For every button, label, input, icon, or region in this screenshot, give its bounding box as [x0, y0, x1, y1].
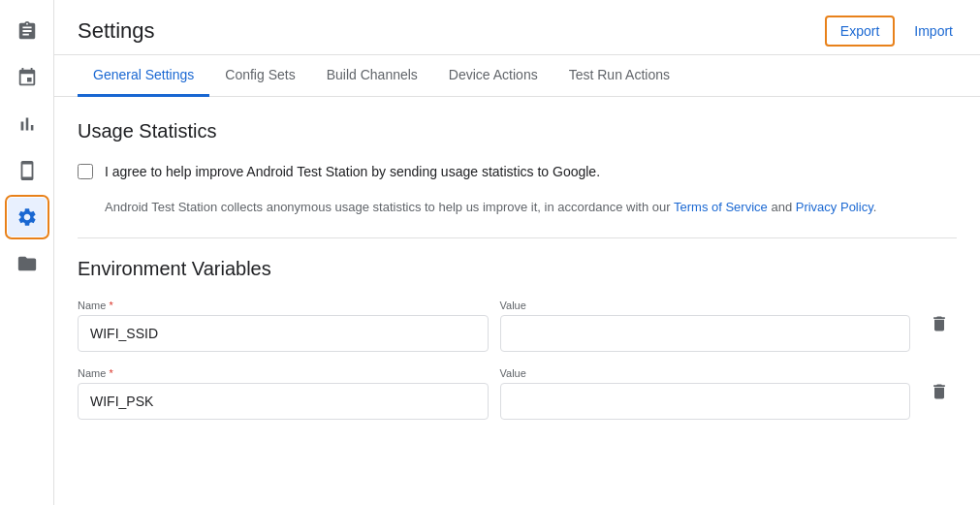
trash-icon-2 [930, 382, 949, 404]
sidebar-item-settings[interactable] [8, 198, 47, 237]
env-name-input-2[interactable] [78, 383, 489, 420]
sidebar-item-folder[interactable] [8, 244, 47, 283]
env-value-field-2: Value [500, 367, 911, 420]
clipboard-icon [16, 20, 38, 42]
sidebar-item-device[interactable] [8, 151, 47, 190]
section-divider [78, 237, 957, 238]
environment-variables-title: Environment Variables [78, 258, 957, 280]
tab-general-settings[interactable]: General Settings [78, 55, 209, 97]
phone-icon [16, 160, 38, 181]
env-name-label-2: Name [78, 367, 106, 379]
tab-test-run-actions[interactable]: Test Run Actions [553, 55, 685, 97]
page-title: Settings [78, 18, 155, 44]
usage-checkbox-label[interactable]: I agree to help improve Android Test Sta… [105, 162, 600, 182]
privacy-policy-link[interactable]: Privacy Policy [796, 200, 873, 214]
env-name-label-1: Name [78, 300, 106, 311]
gear-icon [16, 206, 38, 228]
main-content: Settings Export Import General Settings … [54, 0, 980, 505]
env-row-2: Name * Value [78, 367, 957, 420]
env-value-label-2: Value [500, 367, 911, 379]
env-row-1: Name * Value [78, 300, 957, 352]
usage-checkbox-row: I agree to help improve Android Test Sta… [78, 162, 957, 182]
env-value-field-1: Value [500, 300, 911, 352]
tab-device-actions[interactable]: Device Actions [433, 55, 553, 97]
tab-build-channels[interactable]: Build Channels [311, 55, 433, 97]
import-button[interactable]: Import [910, 17, 957, 45]
header-actions: Export Import [825, 16, 957, 47]
sidebar [0, 0, 54, 505]
env-name-input-1[interactable] [78, 315, 489, 352]
env-delete-button-2[interactable] [922, 374, 957, 412]
env-name-required-1: * [106, 300, 112, 311]
usage-checkbox[interactable] [78, 164, 93, 179]
tabs-bar: General Settings Config Sets Build Chann… [54, 55, 980, 97]
content-area: Usage Statistics I agree to help improve… [54, 97, 980, 505]
page-header: Settings Export Import [54, 0, 980, 55]
export-button[interactable]: Export [825, 16, 895, 47]
env-value-label-1: Value [500, 300, 911, 311]
environment-variables-section: Environment Variables Name * Value [78, 258, 957, 420]
usage-statistics-section: Usage Statistics I agree to help improve… [78, 120, 957, 218]
trash-icon-1 [930, 314, 949, 336]
usage-description: Android Test Station collects anonymous … [105, 198, 957, 218]
env-name-required-2: * [106, 367, 112, 379]
usage-desc-text1: Android Test Station collects anonymous … [105, 200, 674, 214]
env-name-field-2: Name * [78, 367, 489, 420]
sidebar-item-schedule[interactable] [8, 58, 47, 97]
calendar-icon [16, 67, 38, 88]
env-value-input-1[interactable] [500, 315, 911, 352]
bar-chart-icon [16, 113, 38, 135]
usage-and-text: and [768, 200, 796, 214]
terms-of-service-link[interactable]: Terms of Service [674, 200, 768, 214]
sidebar-item-tests[interactable] [8, 12, 47, 50]
usage-period: . [873, 200, 877, 214]
env-name-field-1: Name * [78, 300, 489, 352]
env-value-input-2[interactable] [500, 383, 911, 420]
folder-icon [16, 253, 38, 274]
env-delete-button-1[interactable] [922, 306, 957, 344]
tab-config-sets[interactable]: Config Sets [209, 55, 310, 97]
sidebar-item-analytics[interactable] [8, 105, 47, 143]
usage-statistics-title: Usage Statistics [78, 120, 957, 142]
